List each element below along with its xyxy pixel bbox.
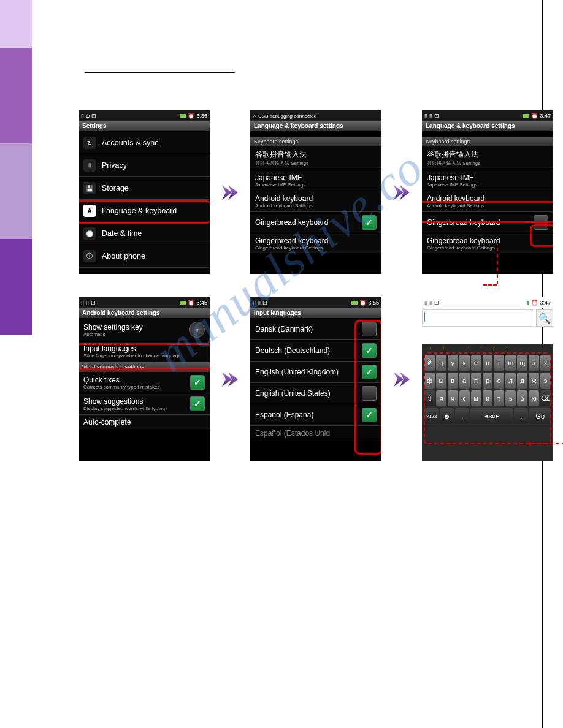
checkbox[interactable] <box>534 215 548 230</box>
key[interactable]: м <box>471 390 481 406</box>
settings-item-about[interactable]: ⓘAbout phone <box>79 245 210 268</box>
checkbox[interactable] <box>190 375 205 390</box>
settings-key[interactable]: ☻ <box>440 408 454 424</box>
settings-item-datetime[interactable]: 🕐Date & time <box>79 222 210 245</box>
key[interactable]: г <box>494 355 504 371</box>
key[interactable]: ф <box>424 373 435 389</box>
key[interactable]: ы <box>436 373 446 389</box>
key[interactable]: б <box>517 390 527 406</box>
key[interactable]: а <box>459 373 470 389</box>
key[interactable]: я <box>436 390 446 406</box>
lang-dansk[interactable]: Dansk (Danmark) <box>250 319 381 340</box>
lang-english-uk[interactable]: English (United Kingdom) <box>250 362 381 383</box>
key[interactable]: е <box>471 355 481 371</box>
screen-title: Language & keyboard settings <box>422 121 553 132</box>
key[interactable]: к <box>459 355 470 371</box>
key[interactable]: п <box>471 373 481 389</box>
key[interactable]: х <box>540 355 551 371</box>
key[interactable]: ь <box>505 390 516 406</box>
dropdown-icon[interactable]: ▾ <box>189 322 205 338</box>
checkbox[interactable] <box>362 322 377 336</box>
section-header: Keyboard settings <box>250 137 381 146</box>
key[interactable]: ш <box>505 355 516 371</box>
keyboard-row-3: ⇧ячсмитьбю⌫ <box>424 390 551 406</box>
lang-espanol-us[interactable]: Español (Estados Unid <box>250 426 381 441</box>
arrow-icon <box>393 367 411 392</box>
settings-item-storage[interactable]: 💾Storage <box>79 177 210 200</box>
ime-item-gingerbread[interactable]: Gingerbread keyboardGingerbread keyboard… <box>422 233 553 254</box>
checkbox[interactable] <box>362 386 377 401</box>
go-key[interactable]: Go <box>529 408 551 424</box>
band-1 <box>0 0 32 48</box>
setting-show-suggestions[interactable]: Show suggestionsDisplay suggested words … <box>79 393 210 415</box>
page-frame: manualshive.co ▯ψ⊡ ⏰3:36 Settings ↻Accou… <box>48 0 543 728</box>
checkbox[interactable] <box>362 343 377 358</box>
band-3 <box>0 143 32 239</box>
statusbar: ▯▯⊡ ⏰3:55 <box>250 297 381 308</box>
search-input[interactable] <box>422 309 534 327</box>
period-key[interactable]: . <box>514 408 528 424</box>
settings-item-accounts[interactable]: ↻Accounts & sync <box>79 132 210 154</box>
lang-english-us[interactable]: English (United States) <box>250 383 381 404</box>
key[interactable]: н <box>483 355 493 371</box>
key[interactable]: и <box>483 390 493 406</box>
settings-item-language[interactable]: ALanguage & keyboard <box>79 200 210 222</box>
ime-item-android[interactable]: Android keyboardAndroid keyboard Setting… <box>250 191 381 212</box>
ime-item-android[interactable]: Android keyboardAndroid keyboard Setting… <box>422 191 553 212</box>
status-time: 3:55 <box>368 300 379 306</box>
key[interactable]: с <box>459 390 470 406</box>
section-header: Keyboard settings <box>422 137 553 146</box>
search-icon: 🔍 <box>538 313 551 324</box>
checkbox[interactable] <box>362 365 377 379</box>
status-time: 3:36 <box>196 113 207 119</box>
key[interactable]: т <box>494 390 504 406</box>
section-header: Word suggestion settings <box>79 362 210 372</box>
setting-auto-complete[interactable]: Auto-complete <box>79 415 210 430</box>
info-icon: ⓘ <box>83 250 96 262</box>
checkbox[interactable] <box>362 408 377 422</box>
settings-item-privacy[interactable]: ⦀Privacy <box>79 154 210 177</box>
key[interactable]: р <box>483 373 493 389</box>
key[interactable]: ц <box>436 355 446 371</box>
arrow-icon <box>221 180 239 205</box>
band-2 <box>0 48 32 143</box>
key[interactable]: э <box>540 373 551 389</box>
ime-item-gingerbread-chk[interactable]: Gingerbread keyboard <box>422 212 553 233</box>
arrow-icon <box>221 367 239 392</box>
screen-title: Settings <box>79 121 210 132</box>
search-button[interactable]: 🔍 <box>536 309 553 327</box>
key[interactable]: щ <box>517 355 527 371</box>
key[interactable]: о <box>494 373 504 389</box>
storage-icon: 💾 <box>83 182 96 194</box>
lang-deutsch[interactable]: Deutsch (Deutschland) <box>250 340 381 362</box>
key[interactable]: ж <box>529 373 539 389</box>
setting-show-settings-key[interactable]: Show settings keyAutomatic▾ <box>79 319 210 341</box>
ime-item-japanese[interactable]: Japanese IMEJapanese IME Settings <box>422 170 553 191</box>
shift-key[interactable]: ⇧ <box>424 390 435 406</box>
steps-row-1: ▯ψ⊡ ⏰3:36 Settings ↻Accounts & sync ⦀Pri… <box>79 110 553 274</box>
key[interactable]: в <box>448 373 458 389</box>
key[interactable]: з <box>529 355 539 371</box>
checkbox[interactable] <box>362 215 377 230</box>
key[interactable]: у <box>448 355 458 371</box>
setting-input-languages[interactable]: Input languagesSlide finger on spacebar … <box>79 341 210 362</box>
key[interactable]: д <box>517 373 527 389</box>
ime-item-gingerbread[interactable]: Gingerbread keyboardGingerbread keyboard… <box>250 233 381 254</box>
statusbar: ▯▯⊡ ▮⏰3:47 <box>422 297 553 308</box>
ime-item-japanese[interactable]: Japanese IMEJapanese IME Settings <box>250 170 381 191</box>
key[interactable]: л <box>505 373 516 389</box>
checkbox[interactable] <box>190 396 205 411</box>
key[interactable]: ч <box>448 390 458 406</box>
ime-item-pinyin[interactable]: 谷歌拼音输入法谷歌拼音输入法 Settings <box>422 146 553 170</box>
key[interactable]: й <box>424 355 435 371</box>
clock-icon: 🕐 <box>83 227 96 240</box>
key[interactable]: ю <box>529 390 539 406</box>
comma-key[interactable]: , <box>455 408 469 424</box>
lang-espanol-es[interactable]: Español (España) <box>250 404 381 426</box>
setting-quick-fixes[interactable]: Quick fixesCorrects commonly typed mista… <box>79 372 210 393</box>
ime-item-gingerbread-chk[interactable]: Gingerbread keyboard <box>250 212 381 233</box>
spacebar[interactable]: ◄ Ru ► <box>470 408 513 424</box>
backspace-key[interactable]: ⌫ <box>540 390 551 406</box>
symbols-key[interactable]: ?123 <box>424 408 439 424</box>
ime-item-pinyin[interactable]: 谷歌拼音输入法谷歌拼音输入法 Settings <box>250 146 381 170</box>
